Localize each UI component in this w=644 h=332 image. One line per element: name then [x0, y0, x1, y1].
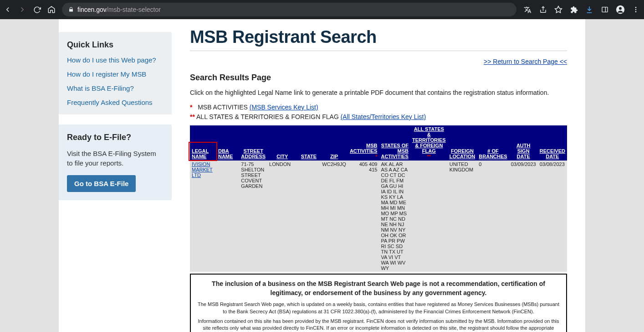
quick-link-register[interactable]: How do I register My MSB	[67, 70, 164, 78]
legal-name-link[interactable]: IVISION MARKET LTD	[192, 161, 213, 178]
col-city[interactable]: CITY	[276, 154, 288, 159]
sidebar: Quick Links How do I use this Web page? …	[59, 19, 172, 332]
reload-icon[interactable]	[33, 5, 41, 14]
col-legal-name[interactable]: LEGAL NAME	[192, 148, 215, 159]
results-table: LEGAL NAME DBA NAME STREET ADDRESS CITY …	[190, 125, 567, 272]
panel-icon[interactable]	[600, 5, 609, 14]
profile-icon[interactable]	[616, 5, 625, 14]
efile-card: Ready to E-File? Visit the BSA E-Filing …	[59, 124, 172, 200]
svg-point-3	[619, 7, 622, 10]
page-title: MSB Registrant Search	[190, 27, 567, 47]
home-icon[interactable]	[47, 5, 56, 14]
page-content: Quick Links How do I use this Web page? …	[59, 19, 585, 332]
efile-desc: Visit the BSA E-Filing System to file yo…	[67, 149, 164, 168]
col-msb-act[interactable]: MSB ACTIVITIES	[350, 143, 378, 154]
cell-foreign: UNITED KINGDOM	[448, 161, 477, 272]
svg-point-6	[635, 11, 637, 12]
divider	[190, 51, 567, 51]
disclaimer-p2: Information contained on this site has b…	[197, 318, 560, 332]
quick-links-card: Quick Links How do I use this Web page? …	[59, 32, 172, 114]
share-icon[interactable]	[538, 5, 547, 14]
disclaimer-lead: The inclusion of a business on the MSB R…	[197, 279, 560, 298]
col-zip[interactable]: ZIP	[330, 154, 338, 159]
cell-auth-date: 03/09/2023	[509, 161, 538, 272]
disclaimer-p1: The MSB Registrant Search Web page, whic…	[197, 301, 560, 315]
disclaimer-box: The inclusion of a business on the MSB R…	[190, 274, 567, 332]
col-states-act[interactable]: STATES OF MSB ACTIVITIES	[381, 143, 409, 159]
table-header-row: LEGAL NAME DBA NAME STREET ADDRESS CITY …	[190, 125, 567, 161]
browser-chrome: fincen.gov/msb-state-selector	[0, 0, 644, 19]
cell-recv-date: 03/08/2023	[538, 161, 567, 272]
cell-city: LONDON	[267, 161, 297, 272]
quick-link-bsa[interactable]: What is BSA E-Filing?	[67, 84, 164, 92]
quick-link-faq[interactable]: Frequently Asked Questions	[67, 99, 164, 106]
lock-icon	[68, 7, 74, 12]
back-icon[interactable]	[4, 5, 12, 14]
table-row: IVISION MARKET LTD 71-75 SHELTON STREET …	[190, 161, 567, 272]
col-auth-date[interactable]: AUTH SIGN DATE	[511, 143, 536, 159]
quick-links-title: Quick Links	[67, 40, 164, 50]
cell-state	[297, 161, 320, 272]
download-icon[interactable]	[585, 5, 594, 14]
cell-zip: WC2H9JQ	[320, 161, 348, 272]
efile-title: Ready to E-File?	[67, 133, 164, 142]
col-all-states[interactable]: ALL STATES & TERRITORIES & FOREIGN FLAG	[412, 126, 446, 154]
cell-msb-act: 405 409 415	[348, 161, 379, 272]
efile-button[interactable]: Go to BSA E-File	[67, 175, 136, 192]
msb-services-key-link[interactable]: (MSB Services Key List)	[250, 104, 318, 111]
star-icon[interactable]	[554, 5, 563, 14]
states-key-link[interactable]: (All States/Territories Key List)	[341, 113, 426, 120]
col-street[interactable]: STREET ADDRESS	[241, 148, 266, 159]
return-link[interactable]: >> Return to Search Page <<	[484, 58, 567, 65]
url-bar[interactable]: fincen.gov/msb-state-selector	[62, 3, 516, 16]
legend1-label: MSB ACTIVITIES	[198, 104, 250, 111]
cell-all-states	[410, 161, 448, 272]
results-desc: Click on the highlighted Legal Name link…	[190, 89, 567, 96]
results-heading: Search Results Page	[190, 73, 567, 83]
url-text: fincen.gov/msb-state-selector	[77, 6, 161, 13]
cell-branches: 0	[477, 161, 509, 272]
svg-rect-0	[602, 7, 608, 12]
legend: * MSB ACTIVITIES (MSB Services Key List)…	[190, 103, 567, 122]
translate-icon[interactable]	[523, 5, 532, 14]
quick-link-how-use[interactable]: How do I use this Web page?	[67, 56, 164, 64]
col-dba-name[interactable]: DBA NAME	[218, 148, 237, 159]
svg-point-4	[635, 7, 637, 8]
page-viewport[interactable]: Quick Links How do I use this Web page? …	[0, 19, 644, 332]
svg-point-5	[635, 9, 637, 10]
col-foreign[interactable]: FOREIGN LOCATION	[450, 148, 475, 159]
col-recv-date[interactable]: RECEIVED DATE	[540, 148, 565, 159]
legend2-label: ALL STATES & TERRITORIES & FOREIGN FLAG	[196, 113, 341, 120]
cell-street: 71-75 SHELTON STREET COVENT GARDEN	[239, 161, 267, 272]
col-state[interactable]: STATE	[301, 154, 317, 159]
menu-icon[interactable]	[631, 5, 640, 14]
col-branches[interactable]: # OF BRANCHES	[479, 148, 507, 159]
main: MSB Registrant Search >> Return to Searc…	[172, 19, 585, 332]
cell-states-act: AK AL AR AS A AZ CA CO CT DC DE FL FM GA…	[379, 161, 410, 272]
toolbar-right	[523, 5, 640, 14]
nav-button-group	[4, 5, 56, 14]
extensions-icon[interactable]	[569, 5, 578, 14]
cell-dba	[216, 161, 239, 272]
forward-icon[interactable]	[18, 5, 26, 14]
